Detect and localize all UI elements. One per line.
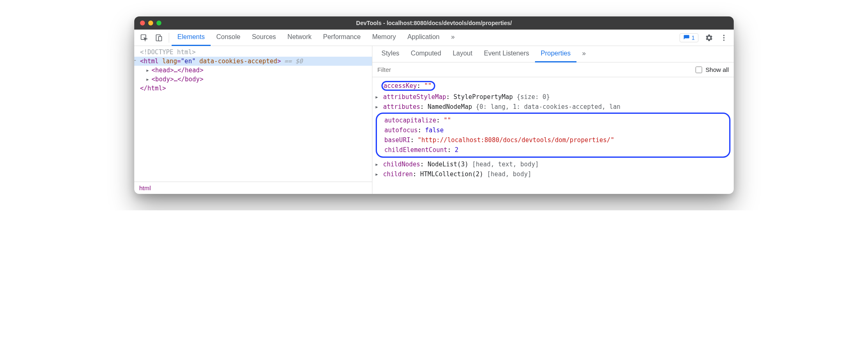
prop-autofocus[interactable]: autofocus: false [379,125,727,135]
minimize-icon[interactable] [148,21,153,25]
prop-baseuri[interactable]: baseURI: "http://localhost:8080/docs/dev… [379,135,727,145]
issues-count: 1 [691,35,695,41]
kebab-menu-icon[interactable] [716,30,731,46]
subtab-event-listeners[interactable]: Event Listeners [478,46,535,62]
more-subtabs-icon[interactable]: » [576,46,592,62]
svg-rect-2 [158,36,162,41]
tab-sources[interactable]: Sources [246,30,282,46]
prop-autocapitalize[interactable]: autocapitalize: "" [379,115,727,125]
prop-childnodes[interactable]: ▸childNodes: NodeList(3) [head, text, bo… [373,159,733,169]
content-area: <!DOCTYPE html> <html lang="en" data-coo… [134,46,734,194]
highlighted-group: autocapitalize: "" autofocus: false base… [376,113,730,158]
show-all-toggle[interactable]: Show all [696,66,729,73]
subtab-computed[interactable]: Computed [405,46,447,62]
prop-accesskey[interactable]: accessKey: "" [373,80,733,92]
breadcrumb[interactable]: html [134,182,372,194]
subtab-properties[interactable]: Properties [535,46,576,62]
prop-attributes[interactable]: ▸attributes: NamedNodeMap {0: lang, 1: d… [373,102,733,112]
filter-input[interactable] [377,66,696,73]
elements-panel: <!DOCTYPE html> <html lang="en" data-coo… [134,46,372,194]
svg-point-3 [723,35,724,36]
dom-doctype[interactable]: <!DOCTYPE html> [134,48,372,57]
sidebar-panel: Styles Computed Layout Event Listeners P… [372,46,734,194]
tab-memory[interactable]: Memory [366,30,402,46]
tab-performance[interactable]: Performance [317,30,367,46]
tab-console[interactable]: Console [211,30,246,46]
window-title: DevTools - localhost:8080/docs/devtools/… [134,20,734,26]
dom-body[interactable]: ▸<body>…</body> [134,75,372,84]
dom-head[interactable]: ▸<head>…</head> [134,66,372,75]
main-toolbar: Elements Console Sources Network Perform… [134,30,734,46]
more-tabs-icon[interactable]: » [445,30,460,46]
sidebar-tabs: Styles Computed Layout Event Listeners P… [372,46,734,62]
window-controls [140,21,161,25]
zoom-icon[interactable] [156,21,161,25]
device-toolbar-icon[interactable] [152,30,166,46]
subtab-styles[interactable]: Styles [376,46,405,62]
tab-elements[interactable]: Elements [172,30,211,46]
divider [169,33,169,43]
panel-tabs: Elements Console Sources Network Perform… [172,30,460,46]
svg-point-4 [723,37,724,38]
dom-html-open[interactable]: <html lang="en" data-cookies-accepted>==… [134,57,372,66]
tab-network[interactable]: Network [282,30,317,46]
subtab-layout[interactable]: Layout [447,46,478,62]
titlebar: DevTools - localhost:8080/docs/devtools/… [134,16,734,30]
close-icon[interactable] [140,21,145,25]
inspect-element-icon[interactable] [137,30,152,46]
issues-badge[interactable]: 1 [680,33,698,42]
svg-point-5 [723,39,724,41]
filter-bar: Show all [372,62,734,77]
prop-children[interactable]: ▸children: HTMLCollection(2) [head, body… [373,169,733,179]
show-all-checkbox[interactable] [696,67,702,73]
properties-list[interactable]: accessKey: "" ▸attributeStyleMap: StyleP… [372,77,734,194]
dom-html-close[interactable]: </html> [134,84,372,93]
prop-childelementcount[interactable]: childElementCount: 2 [379,145,727,155]
devtools-window: DevTools - localhost:8080/docs/devtools/… [134,16,734,194]
prop-attributestylemap[interactable]: ▸attributeStyleMap: StylePropertyMap {si… [373,92,733,102]
dom-tree[interactable]: <!DOCTYPE html> <html lang="en" data-coo… [134,46,372,182]
tab-application[interactable]: Application [402,30,445,46]
settings-icon[interactable] [702,30,716,46]
